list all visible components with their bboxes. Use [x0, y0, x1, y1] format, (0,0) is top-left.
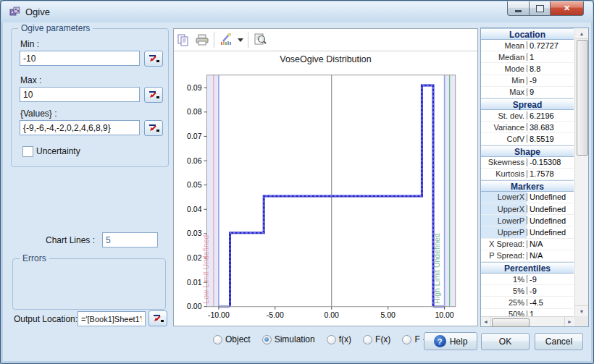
stats-row: 25%-4.5 [481, 297, 574, 308]
min-cell-picker-button[interactable] [144, 51, 163, 67]
stats-row-label: X Spread: [481, 239, 527, 250]
radio-icon[interactable] [327, 335, 336, 344]
help-label: Help [450, 337, 468, 347]
stats-row-value: Undefined [527, 205, 574, 213]
stats-row-label: P Spread: [481, 250, 527, 261]
help-button[interactable]: ? Help [424, 332, 477, 350]
chart-lines-input[interactable] [102, 232, 158, 247]
output-location-label: Output Location: [14, 314, 78, 324]
stats-row-value: 1 [527, 53, 574, 61]
chart-toolbar [174, 29, 477, 51]
radio-icon[interactable] [402, 335, 411, 344]
stats-row-value: 1.7578 [527, 170, 574, 178]
stats-row-label: Variance [481, 122, 527, 132]
x-tick-label: 5.00 [380, 310, 396, 319]
mode-radio-object[interactable]: Object [213, 334, 251, 344]
statistics-table: LocationMean0.72727Median1Mode8.8Min-9Ma… [481, 28, 574, 316]
radio-label: Simulation [275, 334, 315, 344]
stats-row: Variance38.683 [481, 122, 574, 133]
stats-row-value: N/A [527, 240, 574, 248]
cancel-label: Cancel [545, 337, 572, 347]
plot-border [207, 75, 456, 307]
minimize-icon [515, 10, 522, 12]
stats-row: Max9 [481, 87, 574, 98]
format-chart-icon[interactable] [217, 31, 235, 48]
uncertainty-checkbox[interactable] [22, 146, 33, 157]
output-location-cell-picker-button[interactable] [148, 310, 167, 326]
copy-icon[interactable] [174, 31, 193, 48]
maximize-button[interactable] [530, 1, 551, 16]
stats-row-label: Skewness [481, 157, 527, 168]
title-bar[interactable]: Ogive ✕ [1, 1, 593, 22]
radio-icon[interactable] [262, 335, 272, 344]
stats-section-header: Percentiles [481, 262, 574, 274]
stats-row: LowerXUndefined [481, 192, 574, 203]
stats-row-value: 1 [527, 310, 574, 316]
horizontal-scroll-thumb[interactable] [492, 318, 530, 327]
radio-icon[interactable] [213, 335, 222, 344]
errors-label: Errors [20, 253, 49, 263]
scroll-right-icon[interactable]: ► [564, 317, 574, 326]
stats-row-label: 50% [481, 309, 527, 316]
stats-row: Median1 [481, 51, 574, 63]
scroll-down-icon[interactable]: ▼ [575, 305, 588, 316]
stats-row-value: 8.8 [527, 65, 574, 73]
print-preview-icon[interactable] [251, 31, 269, 48]
y-tick-label: 0.07 [187, 132, 202, 140]
y-tick-label: 0.03 [187, 229, 202, 237]
stats-row-label: Max [481, 87, 527, 98]
chart-lines-label: Chart Lines : [46, 235, 95, 245]
max-input[interactable] [20, 87, 140, 102]
ok-button[interactable]: OK [481, 333, 530, 350]
stats-row: 50%1 [481, 309, 574, 316]
errors-group [12, 258, 166, 310]
values-cell-picker-button[interactable] [144, 120, 163, 136]
low-limit-label: Low Limit Undefined [201, 234, 210, 303]
y-tick-label: 0.09 [187, 83, 202, 92]
stats-row: Mean0.72727 [481, 40, 574, 51]
stats-section-header: Location [481, 28, 574, 40]
stats-row-value: -4.5 [527, 299, 574, 307]
max-label: Max : [20, 75, 41, 85]
stats-row: X Spread:N/A [481, 239, 574, 250]
x-tick-label: -10.00 [208, 310, 230, 319]
stats-vertical-scrollbar[interactable]: ▲ ▼ [574, 28, 588, 316]
radio-icon[interactable] [363, 335, 372, 344]
help-icon: ? [434, 335, 446, 347]
mode-radio-group: ObjectSimulationf(x)F(x)F-1(U) [213, 334, 443, 344]
stats-row-label: Kurtosis [481, 169, 527, 179]
scroll-up-icon[interactable]: ▲ [575, 28, 588, 39]
stats-row-value: Undefined [527, 216, 574, 224]
stats-row-value: 38.683 [527, 123, 574, 131]
stats-row: 5%-9 [481, 285, 574, 297]
mode-radio-f-x[interactable]: F(x) [363, 334, 390, 344]
min-input[interactable] [20, 51, 140, 66]
vertical-scroll-thumb[interactable] [577, 40, 588, 156]
minimize-button[interactable] [507, 1, 530, 16]
stats-row-value: 6.2196 [527, 111, 574, 119]
mode-radio-f-x[interactable]: f(x) [327, 334, 351, 344]
stats-horizontal-scrollbar[interactable]: ◄ ► [481, 316, 574, 326]
scrollbar-corner [574, 316, 588, 326]
ogive-dialog: Ogive ✕ Ogive parameters Min : Max : {Va… [0, 0, 594, 364]
x-tick-label: 0.00 [325, 310, 340, 319]
toolbar-separator [214, 32, 214, 48]
stats-row: Skewness-0.15308 [481, 157, 574, 169]
stats-row: Mode8.8 [481, 63, 574, 75]
stats-row: Kurtosis1.7578 [481, 169, 574, 180]
y-tick-label: 0.00 [187, 302, 202, 310]
stats-row: LowerPUndefined [481, 215, 574, 227]
print-icon[interactable] [193, 31, 212, 48]
close-button[interactable]: ✕ [551, 1, 584, 16]
stats-row: P Spread:N/A [481, 250, 574, 262]
mode-radio-simulation[interactable]: Simulation [262, 334, 315, 344]
cancel-button[interactable]: Cancel [535, 333, 583, 350]
scroll-left-icon[interactable]: ◄ [481, 317, 491, 326]
output-location-input[interactable] [78, 311, 146, 326]
stats-row-value: 9 [527, 88, 574, 96]
values-input[interactable] [20, 120, 140, 135]
y-tick-label: 0.05 [187, 180, 202, 189]
max-cell-picker-button[interactable] [144, 87, 163, 103]
stats-row: 1%-9 [481, 274, 574, 285]
dropdown-arrow-icon[interactable] [235, 31, 246, 48]
